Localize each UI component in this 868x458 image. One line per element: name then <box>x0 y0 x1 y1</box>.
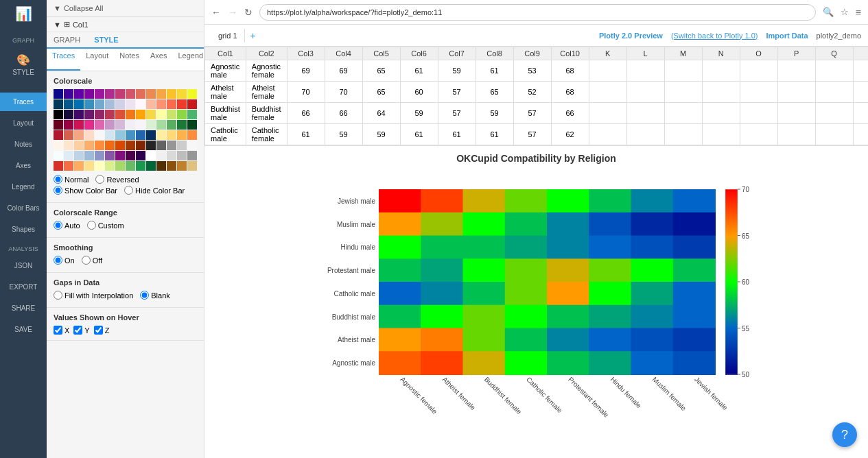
url-bar[interactable] <box>259 4 816 21</box>
heatmap-cell[interactable] <box>504 282 547 306</box>
heatmap-cell[interactable] <box>379 282 421 306</box>
heatmap-cell[interactable] <box>547 212 589 236</box>
heatmap-cell[interactable] <box>421 258 463 282</box>
colorscale-cell[interactable] <box>95 130 104 140</box>
table-cell[interactable]: 61 <box>476 124 513 145</box>
colorscale-cell[interactable] <box>74 110 84 119</box>
subtab-layout[interactable]: Layout <box>80 49 114 71</box>
heatmap-cell[interactable] <box>672 304 715 328</box>
colorscale-cell[interactable] <box>156 89 166 99</box>
colorscale-cell[interactable] <box>115 89 125 99</box>
colorscale-cell[interactable] <box>167 161 176 171</box>
tab-graph[interactable]: GRAPH <box>47 32 87 49</box>
colorscale-cell[interactable] <box>187 110 197 119</box>
table-cell[interactable]: 59 <box>362 124 400 145</box>
table-cell[interactable]: 65 <box>476 82 513 103</box>
table-cell[interactable]: 59 <box>476 103 513 124</box>
colorscale-cell[interactable] <box>177 89 187 99</box>
colorscale-cell[interactable] <box>105 151 115 160</box>
nav-axes[interactable]: Axes <box>0 156 47 175</box>
colorscale-cell[interactable] <box>105 120 115 130</box>
colorscale-cell[interactable] <box>84 99 94 109</box>
colorscale-cell[interactable] <box>126 130 135 140</box>
table-cell[interactable]: Atheist male <box>205 82 246 103</box>
colorscale-cell[interactable] <box>187 151 197 160</box>
colorscale-cell[interactable] <box>126 151 135 160</box>
table-cell[interactable] <box>702 82 740 103</box>
colorscale-cell[interactable] <box>84 151 94 160</box>
colorscale-cell[interactable] <box>156 161 166 171</box>
off-radio[interactable] <box>82 256 91 265</box>
colorscale-cell[interactable] <box>177 151 187 160</box>
colorscale-cell[interactable] <box>64 110 73 119</box>
heatmap-cell[interactable] <box>421 212 463 236</box>
table-cell[interactable] <box>815 103 853 124</box>
colorscale-cell[interactable] <box>167 130 176 140</box>
colorscale-cell[interactable] <box>105 141 115 150</box>
menu-icon[interactable]: ≡ <box>856 7 861 18</box>
grid-tab[interactable]: grid 1 <box>211 29 245 43</box>
colorscale-cell[interactable] <box>64 120 73 130</box>
colorscale-cell[interactable] <box>156 99 166 109</box>
colorscale-cell[interactable] <box>54 89 63 99</box>
table-cell[interactable]: 64 <box>362 103 400 124</box>
table-cell[interactable]: 69 <box>287 60 325 82</box>
colorscale-cell[interactable] <box>187 120 197 130</box>
blank-radio[interactable] <box>140 291 149 300</box>
heatmap-cell[interactable] <box>672 235 715 259</box>
table-cell[interactable]: 59 <box>400 103 438 124</box>
subtab-legend[interactable]: Legend <box>172 49 204 71</box>
colorscale-cell[interactable] <box>115 110 125 119</box>
table-cell[interactable]: 66 <box>325 103 362 124</box>
colorscale-cell[interactable] <box>95 110 104 119</box>
colorscale-cell[interactable] <box>146 141 156 150</box>
heatmap-cell[interactable] <box>421 328 463 352</box>
table-cell[interactable] <box>777 82 815 103</box>
heatmap-cell[interactable] <box>504 328 547 352</box>
heatmap-cell[interactable] <box>589 351 631 375</box>
normal-option[interactable]: Normal <box>54 175 89 184</box>
heatmap-cell[interactable] <box>631 258 673 282</box>
colorscale-cell[interactable] <box>74 89 84 99</box>
on-option[interactable]: On <box>54 256 75 265</box>
colorscale-cell[interactable] <box>64 89 73 99</box>
off-option[interactable]: Off <box>82 256 102 265</box>
table-cell[interactable] <box>815 60 853 82</box>
table-cell[interactable]: 61 <box>400 124 438 145</box>
heatmap-cell[interactable] <box>462 328 505 352</box>
colorscale-cell[interactable] <box>156 110 166 119</box>
colorscale-cell[interactable] <box>95 99 104 109</box>
colorscale-cell[interactable] <box>95 89 104 99</box>
colorscale-cell[interactable] <box>126 141 135 150</box>
heatmap-cell[interactable] <box>462 235 505 259</box>
auto-option[interactable]: Auto <box>54 221 80 230</box>
heatmap-cell[interactable] <box>631 235 673 259</box>
heatmap-cell[interactable] <box>504 351 547 375</box>
colorscale-cell[interactable] <box>105 99 115 109</box>
heatmap-cell[interactable] <box>589 235 631 259</box>
table-cell[interactable]: 69 <box>325 60 362 82</box>
table-cell[interactable] <box>626 82 664 103</box>
heatmap-cell[interactable] <box>421 189 463 213</box>
colorscale-cell[interactable] <box>54 110 63 119</box>
collapse-all-btn[interactable]: ▼ Collapse All <box>47 0 204 17</box>
table-cell[interactable]: 61 <box>476 60 513 82</box>
heatmap-cell[interactable] <box>589 282 631 306</box>
add-tab-button[interactable]: + <box>245 30 261 41</box>
heatmap-cell[interactable] <box>462 304 505 328</box>
table-cell[interactable] <box>853 60 868 82</box>
colorscale-cell[interactable] <box>64 99 73 109</box>
colorscale-cell[interactable] <box>64 161 73 171</box>
colorscale-cell[interactable] <box>115 161 125 171</box>
colorscale-cell[interactable] <box>146 89 156 99</box>
table-cell[interactable]: 52 <box>513 82 551 103</box>
table-cell[interactable]: Catholic female <box>246 124 287 145</box>
show-color-bar-option[interactable]: Show Color Bar <box>54 186 117 195</box>
normal-radio[interactable] <box>54 175 62 184</box>
table-cell[interactable]: 57 <box>438 82 476 103</box>
colorscale-cell[interactable] <box>187 130 197 140</box>
heatmap-cell[interactable] <box>547 189 589 213</box>
colorscale-cell[interactable] <box>167 151 176 160</box>
fill-option[interactable]: Fill with Interpolation <box>54 291 133 300</box>
colorscale-cell[interactable] <box>156 130 166 140</box>
